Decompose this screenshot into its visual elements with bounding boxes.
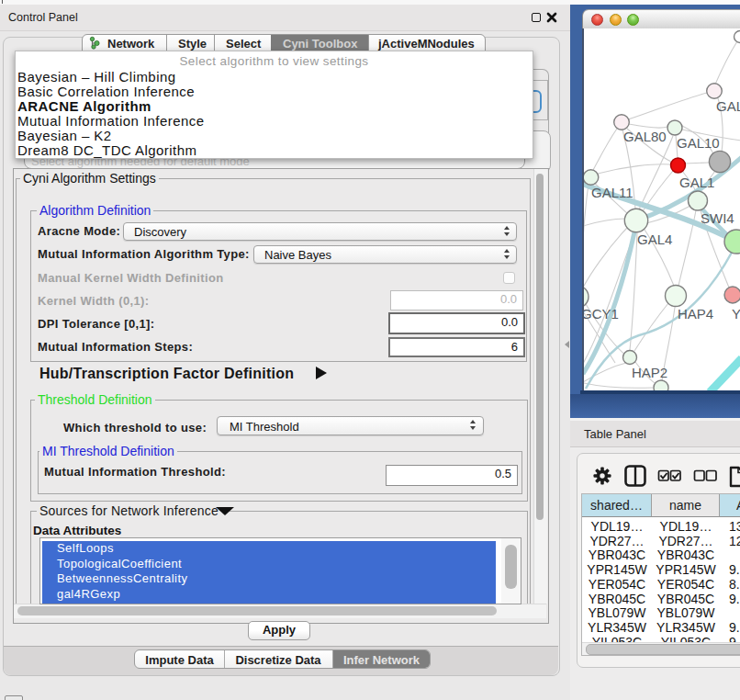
svg-text:GAL80: GAL80 <box>623 129 667 144</box>
svg-text:HAP4: HAP4 <box>678 306 713 322</box>
svg-text:GAL: GAL <box>716 98 740 114</box>
svg-text:Y: Y <box>732 306 740 322</box>
svg-text:GAL1: GAL1 <box>679 175 714 190</box>
svg-text:GCY1: GCY1 <box>584 306 619 322</box>
svg-text:GAL11: GAL11 <box>591 185 633 200</box>
svg-text:HAP2: HAP2 <box>632 365 667 380</box>
svg-text:GAL4: GAL4 <box>637 231 672 247</box>
svg-text:SWI4: SWI4 <box>701 210 734 226</box>
svg-text:GAL10: GAL10 <box>677 135 720 151</box>
